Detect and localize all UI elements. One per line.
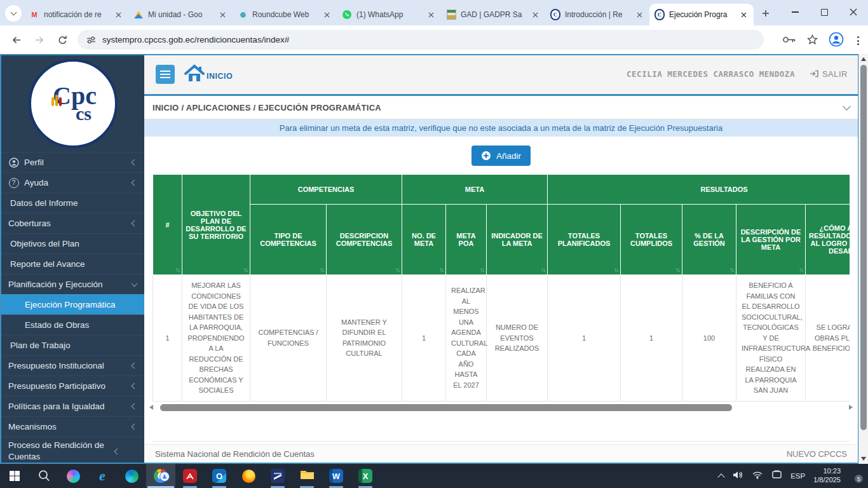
column-header-totales-planificados[interactable]: TOTALES PLANIFICADOS↑↓ bbox=[548, 205, 621, 275]
tray-expand-icon[interactable] bbox=[717, 473, 724, 480]
sidebar-item-label: Planificación y Ejecución bbox=[8, 279, 127, 290]
tab-close-button[interactable] bbox=[738, 10, 749, 20]
scroll-up-arrow[interactable] bbox=[861, 57, 866, 61]
tab-close-button[interactable] bbox=[322, 10, 332, 20]
sort-icon[interactable]: ↑↓ bbox=[439, 266, 443, 273]
column-header-objetivo[interactable]: OBJETIVO DEL PLAN DE DESARROLLO DE SU TE… bbox=[182, 175, 250, 275]
profile-avatar-button[interactable] bbox=[829, 32, 844, 50]
sidebar-item-planificacion-y-ejecucion[interactable]: Planificación y Ejecución bbox=[1, 274, 144, 294]
hamburger-menu-button[interactable] bbox=[156, 65, 175, 84]
sort-icon[interactable]: ↑↓ bbox=[395, 266, 399, 273]
sidebar-item-reporte-del-avance[interactable]: Reporte del Avance bbox=[1, 254, 144, 274]
sidebar-item-politicas-para-la-igualdad[interactable]: Políticas para la Igualdad bbox=[1, 396, 144, 416]
close-window-button[interactable] bbox=[839, 0, 868, 24]
tab-gmail[interactable]: M notificación de re bbox=[24, 4, 128, 25]
bookmark-star-button[interactable] bbox=[807, 34, 818, 47]
reload-button[interactable] bbox=[55, 32, 70, 48]
sidebar-item-ayuda[interactable]: ? Ayuda bbox=[1, 172, 144, 193]
scroll-down-arrow[interactable] bbox=[861, 457, 866, 461]
column-header-como-aporta[interactable]: ¿CÓMO APORTA EL RESULTADO ALCANZADO AL L… bbox=[806, 205, 850, 275]
home-link[interactable]: INICIO bbox=[184, 63, 233, 83]
volume-icon[interactable] bbox=[732, 470, 743, 482]
restore-button[interactable] bbox=[810, 0, 839, 24]
sort-icon[interactable]: ↑↓ bbox=[320, 266, 323, 273]
sidebar-item-coberturas[interactable]: Coberturas bbox=[1, 213, 144, 233]
chevron-down-icon[interactable] bbox=[843, 102, 851, 111]
language-indicator[interactable]: ESP bbox=[790, 472, 805, 480]
sort-icon[interactable]: ↑↓ bbox=[729, 266, 733, 273]
column-header-no-de-meta[interactable]: NO. DE META↑↓ bbox=[402, 205, 446, 275]
sidebar-item-perfil[interactable]: Perfil bbox=[1, 152, 144, 172]
new-tab-button[interactable] bbox=[757, 5, 774, 22]
address-bar[interactable]: systempro.cpccs.gob.ec/rendicioncuentas/… bbox=[78, 30, 764, 50]
sidebar-item-plan-de-trabajo[interactable]: Plan de Trabajo bbox=[1, 335, 144, 355]
sort-icon[interactable]: ↑↓ bbox=[675, 266, 679, 273]
taskbar-ie-button[interactable]: e bbox=[88, 464, 117, 488]
taskbar-firefox-button[interactable] bbox=[234, 464, 263, 488]
tab-close-button[interactable] bbox=[426, 10, 436, 20]
column-header-indicador[interactable]: INDICADOR DE LA META↑↓ bbox=[487, 205, 548, 275]
taskbar-search-button[interactable] bbox=[29, 464, 58, 488]
forward-button[interactable] bbox=[32, 32, 47, 48]
sidebar: Cpc cs Perfil ? Ayuda Datos del Informe bbox=[1, 55, 144, 463]
taskbar-edge-button[interactable] bbox=[117, 464, 146, 488]
column-header-descripcion-competencias[interactable]: DESCRIPCION COMPETENCIAS↑↓ bbox=[327, 205, 402, 275]
taskbar-acrobat-button[interactable] bbox=[175, 464, 205, 488]
browser-menu-button[interactable] bbox=[855, 36, 862, 45]
scroll-left-arrow[interactable] bbox=[149, 405, 153, 410]
sort-icon[interactable]: ↑↓ bbox=[799, 266, 803, 273]
tab-ejecucion-programatica[interactable]: C Ejecución Progra bbox=[649, 4, 754, 25]
taskbar-outlook-button[interactable]: O bbox=[205, 464, 234, 488]
tab-close-button[interactable] bbox=[217, 10, 227, 20]
start-button[interactable] bbox=[0, 464, 29, 488]
sort-icon[interactable]: ↑↓ bbox=[243, 266, 247, 273]
sort-icon[interactable]: ↑↓ bbox=[541, 266, 545, 273]
tab-close-button[interactable] bbox=[530, 10, 540, 20]
column-header-num[interactable]: #↑↓ bbox=[153, 175, 182, 275]
tab-search-button[interactable] bbox=[5, 5, 22, 22]
taskbar-clock[interactable]: 10:23 1/8/2025 bbox=[813, 467, 841, 485]
tab-drive[interactable]: Mi unidad - Goo bbox=[128, 4, 233, 25]
sort-icon[interactable]: ↑↓ bbox=[175, 266, 179, 273]
taskbar-copilot-button[interactable] bbox=[58, 464, 88, 488]
horizontal-scrollbar-thumb[interactable] bbox=[160, 404, 732, 411]
tab-close-button[interactable] bbox=[113, 10, 123, 20]
sidebar-item-objetivos-del-plan[interactable]: Objetivos del Plan bbox=[1, 233, 144, 254]
sidebar-item-estado-de-obras[interactable]: Estado de Obras bbox=[1, 315, 144, 335]
taskbar-word-button[interactable]: W bbox=[322, 464, 351, 488]
taskbar-scanner-button[interactable] bbox=[263, 464, 292, 488]
vertical-scrollbar-thumb[interactable] bbox=[860, 65, 867, 430]
logout-button[interactable]: SALIR bbox=[809, 69, 848, 79]
back-button[interactable] bbox=[9, 32, 24, 48]
column-header-descripcion-gestion[interactable]: DESCRIPCIÓN DE LA GESTIÓN POR META↑↓ bbox=[736, 205, 806, 275]
taskbar-chrome-button[interactable] bbox=[146, 464, 175, 488]
page-vertical-scrollbar[interactable] bbox=[858, 54, 868, 464]
wifi-icon[interactable] bbox=[752, 470, 763, 482]
sort-icon[interactable]: ↑↓ bbox=[614, 266, 618, 273]
notification-center-button[interactable]: 5 bbox=[849, 471, 862, 481]
tab-gad[interactable]: GAD | GADPR Sa bbox=[441, 4, 545, 25]
minimize-button[interactable] bbox=[780, 0, 810, 24]
passwords-key-button[interactable] bbox=[782, 35, 796, 46]
sidebar-item-presupuesto-institucional[interactable]: Presupuesto Institucional bbox=[1, 355, 144, 376]
tab-close-button[interactable] bbox=[634, 10, 644, 20]
tablet-mode-icon[interactable] bbox=[771, 470, 782, 482]
taskbar-excel-button[interactable]: X bbox=[351, 464, 380, 488]
tab-roundcube[interactable]: Roundcube Web bbox=[233, 4, 337, 25]
sidebar-item-ejecucion-programatica[interactable]: Ejecución Programática bbox=[1, 294, 144, 315]
sort-icon[interactable]: ↑↓ bbox=[480, 266, 484, 273]
scroll-right-arrow[interactable] bbox=[849, 405, 853, 410]
sidebar-item-proceso-de-rendicion-de-cuentas[interactable]: Proceso de Rendición de Cuentas bbox=[1, 437, 144, 464]
column-header-meta-poa[interactable]: META POA↑↓ bbox=[446, 205, 487, 275]
tab-whatsapp[interactable]: (1) WhatsApp bbox=[337, 4, 441, 25]
sidebar-item-presupuesto-participativo[interactable]: Presupuesto Participativo bbox=[1, 376, 144, 396]
column-header-totales-cumplidos[interactable]: TOTALES CUMPLIDOS↑↓ bbox=[621, 205, 682, 275]
sidebar-item-mecanismos[interactable]: Mecanismos bbox=[1, 416, 144, 437]
column-header-tipo-competencias[interactable]: TIPO DE COMPETENCIAS↑↓ bbox=[250, 205, 327, 275]
horizontal-scrollbar[interactable] bbox=[148, 403, 854, 412]
column-header-porcentaje-gestion[interactable]: % DE LA GESTIÓN↑↓ bbox=[682, 205, 736, 275]
sidebar-item-datos-del-informe[interactable]: Datos del Informe bbox=[1, 193, 144, 213]
add-button[interactable]: Añadir bbox=[471, 146, 531, 166]
taskbar-file-explorer-button[interactable] bbox=[292, 464, 322, 488]
tab-introduccion[interactable]: C Introducción | Re bbox=[545, 4, 649, 25]
